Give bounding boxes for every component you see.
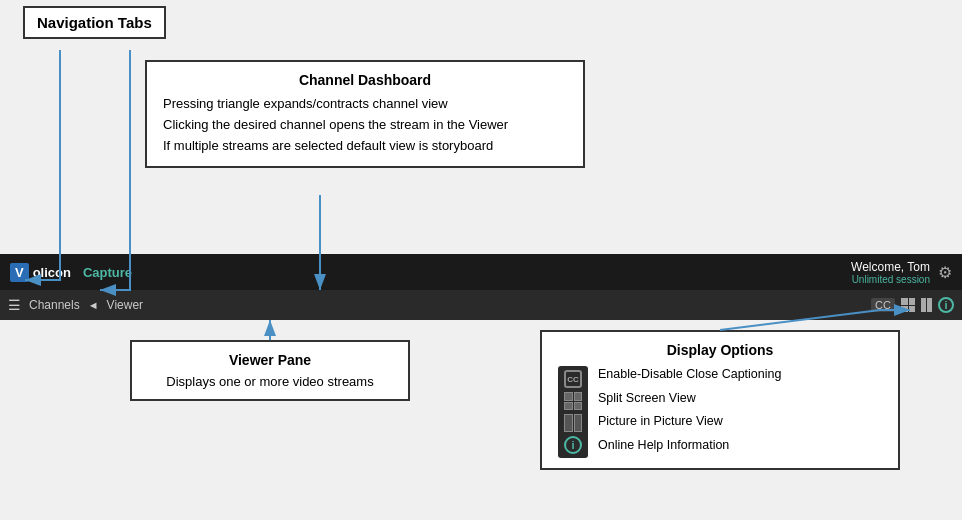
display-options-callout: Display Options CC i Enable-Disable Clos… <box>540 330 900 470</box>
cc-button[interactable]: CC <box>871 298 895 312</box>
nav-bar-right: CC i <box>871 297 954 313</box>
top-bar-left: V olicon Capture <box>10 263 132 282</box>
volicon-logo-v: V <box>10 263 29 282</box>
display-text-col: Enable-Disable Close Captioning Split Sc… <box>598 366 781 458</box>
viewer-pane-desc: Displays one or more video streams <box>148 374 392 389</box>
viewer-label[interactable]: Viewer <box>107 298 143 312</box>
display-option-4: Online Help Information <box>598 437 781 455</box>
viewer-pane-callout: Viewer Pane Displays one or more video s… <box>130 340 410 401</box>
display-option-1: Enable-Disable Close Captioning <box>598 366 781 384</box>
nav-arrow-icon: ◄ <box>88 299 99 311</box>
nav-bar: ☰ Channels ◄ Viewer CC i <box>0 290 962 320</box>
display-options-title: Display Options <box>558 342 882 358</box>
top-bar-right: Welcome, Tom Unlimited session ⚙ <box>851 260 952 285</box>
display-option-2: Split Screen View <box>598 390 781 408</box>
channel-dashboard-title: Channel Dashboard <box>163 72 567 88</box>
volicon-logo-text: olicon <box>33 265 71 280</box>
channel-dashboard-line3: If multiple streams are selected default… <box>163 136 567 157</box>
nav-tabs-callout: Navigation Tabs <box>23 6 166 39</box>
channel-dashboard-line1: Pressing triangle expands/contracts chan… <box>163 94 567 115</box>
gear-icon[interactable]: ⚙ <box>938 263 952 282</box>
help-icon: i <box>564 436 582 454</box>
channel-dashboard-line2: Clicking the desired channel opens the s… <box>163 115 567 136</box>
hamburger-icon[interactable]: ☰ <box>8 297 21 313</box>
display-icons-col: CC i <box>558 366 588 458</box>
channel-dashboard-callout: Channel Dashboard Pressing triangle expa… <box>145 60 585 168</box>
cc-icon: CC <box>564 370 582 388</box>
capture-tab[interactable]: Capture <box>83 265 132 280</box>
nav-tabs-label: Navigation Tabs <box>37 14 152 31</box>
display-options-items: CC i Enable-Disable Close Captioning Spl… <box>558 366 882 458</box>
welcome-text: Welcome, Tom Unlimited session <box>851 260 930 285</box>
display-option-3: Picture in Picture View <box>598 413 781 431</box>
session-label: Unlimited session <box>851 274 930 285</box>
top-bar: V olicon Capture Welcome, Tom Unlimited … <box>0 254 962 290</box>
split-screen-icon <box>564 392 582 410</box>
info-icon[interactable]: i <box>938 297 954 313</box>
welcome-name: Welcome, Tom <box>851 260 930 274</box>
channels-label[interactable]: Channels <box>29 298 80 312</box>
grid-view-icon[interactable] <box>901 298 915 312</box>
nav-bar-left: ☰ Channels ◄ Viewer <box>8 297 871 313</box>
split-view-icon[interactable] <box>921 298 932 312</box>
viewer-pane-title: Viewer Pane <box>148 352 392 368</box>
pip-icon <box>564 414 582 432</box>
volicon-logo: V olicon <box>10 263 71 282</box>
